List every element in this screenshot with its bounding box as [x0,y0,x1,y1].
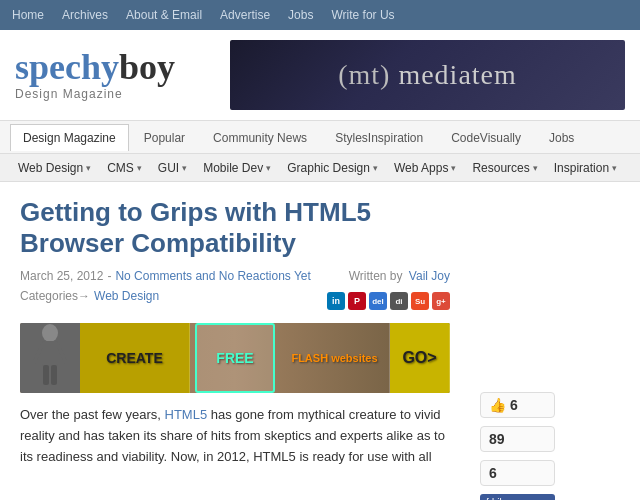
linkedin-share-icon[interactable]: in [327,292,345,310]
chevron-down-icon: ▾ [533,163,538,173]
side-reactions-panel: 👍 6 89 6 f Like 🐦 Tweet g+ +1 [470,382,560,500]
nav-resources-label: Resources [472,161,529,175]
author-link[interactable]: Vail Joy [409,269,450,283]
nav-cms[interactable]: CMS ▾ [99,156,150,180]
svg-line-2 [34,345,42,363]
main-layout: Getting to Grips with HTML5 Browser Comp… [0,182,640,500]
nav-gui[interactable]: GUI ▾ [150,156,195,180]
nav-mobile-dev[interactable]: Mobile Dev ▾ [195,156,279,180]
article-meta: March 25, 2012 - No Comments and No Reac… [20,269,450,283]
count-89: 89 [489,431,505,447]
tab-design-magazine[interactable]: Design Magazine [10,124,129,151]
nav-about[interactable]: About & Email [124,2,204,28]
nav-advertise[interactable]: Advertise [218,2,272,28]
thumbs-up-icon: 👍 [489,397,506,413]
banner-advertisement[interactable]: (mt) mediatem [230,40,625,110]
nav-web-design-label: Web Design [18,161,83,175]
nav-write[interactable]: Write for Us [329,2,396,28]
body-text-before-link: Over the past few years, [20,407,165,422]
share-buttons: f Like 🐦 Tweet g+ +1 [480,494,555,500]
meta-separator: - [107,269,111,283]
tab-stylesinspiration[interactable]: StylesInspiration [322,124,436,151]
likes-count-box: 👍 6 [480,392,555,418]
delicious-share-icon[interactable]: del [369,292,387,310]
svg-rect-1 [42,341,58,366]
count-6: 6 [489,465,497,481]
nav-web-apps-label: Web Apps [394,161,448,175]
logo-area: spechyboy Design Magazine [15,49,215,101]
nav-resources[interactable]: Resources ▾ [464,156,545,180]
nav-inspiration-label: Inspiration [554,161,609,175]
nav-inspiration[interactable]: Inspiration ▾ [546,156,625,180]
promo-banner[interactable]: CREATE FREE FLASH websites GO> [20,323,450,393]
googleplus-share-icon[interactable]: g+ [432,292,450,310]
article-body: Over the past few years, HTML5 has gone … [20,405,450,467]
tab-popular[interactable]: Popular [131,124,198,151]
tab-community-news[interactable]: Community News [200,124,320,151]
site-header: spechyboy Design Magazine (mt) mediatem [0,30,640,120]
banner-woman-image [20,323,80,393]
nav-archives[interactable]: Archives [60,2,110,28]
social-icons-row: in P del di Su g+ [327,292,450,310]
logo-boy: boy [119,47,175,87]
html5-link[interactable]: HTML5 [165,407,208,422]
article-date: March 25, 2012 [20,269,103,283]
svg-rect-5 [51,365,57,385]
nav-web-apps[interactable]: Web Apps ▾ [386,156,464,180]
facebook-like-button[interactable]: f Like [480,494,555,500]
banner-create-btn[interactable]: CREATE [80,323,190,393]
nav-jobs[interactable]: Jobs [286,2,315,28]
comments-link[interactable]: No Comments and No Reactions Yet [115,269,310,283]
category-web-design[interactable]: Web Design [94,289,159,303]
nav-cms-label: CMS [107,161,134,175]
tab-jobs[interactable]: Jobs [536,124,587,151]
svg-point-0 [42,324,58,342]
chevron-down-icon: ▾ [373,163,378,173]
chevron-down-icon: ▾ [451,163,456,173]
main-navigation: Web Design ▾ CMS ▾ GUI ▾ Mobile Dev ▾ Gr… [0,154,640,182]
written-by: Written by Vail Joy [349,269,450,283]
main-content-area: Getting to Grips with HTML5 Browser Comp… [0,182,470,500]
nav-web-design[interactable]: Web Design ▾ [10,156,99,180]
count-89-box: 89 [480,426,555,452]
count-6-box: 6 [480,460,555,486]
svg-rect-4 [43,365,49,385]
stumbleupon-share-icon[interactable]: Su [411,292,429,310]
chevron-down-icon: ▾ [86,163,91,173]
written-by-label: Written by [349,269,403,283]
sub-tab-bar: Design Magazine Popular Community News S… [0,120,640,154]
pinterest-share-icon[interactable]: P [348,292,366,310]
article-categories: Categories → Web Design [20,289,159,303]
site-tagline: Design Magazine [15,87,215,101]
site-logo[interactable]: spechyboy [15,49,215,85]
top-navigation: Home Archives About & Email Advertise Jo… [0,0,640,30]
nav-mobile-dev-label: Mobile Dev [203,161,263,175]
categories-arrow: → [78,289,90,303]
tab-codevisually[interactable]: CodeVisually [438,124,534,151]
banner-free-btn[interactable]: FREE [195,323,275,393]
likes-count: 6 [510,397,518,413]
chevron-down-icon: ▾ [182,163,187,173]
nav-home[interactable]: Home [10,2,46,28]
logo-specy: spechy [15,47,119,87]
chevron-down-icon: ▾ [137,163,142,173]
article-content: Getting to Grips with HTML5 Browser Comp… [0,182,470,495]
banner-text: (mt) mediatem [338,59,517,91]
banner-go-btn[interactable]: GO> [390,323,450,393]
article-meta-left: March 25, 2012 - No Comments and No Reac… [20,269,311,283]
categories-label: Categories [20,289,78,303]
digg-share-icon[interactable]: di [390,292,408,310]
banner-flash-btn[interactable]: FLASH websites [280,323,390,393]
chevron-down-icon: ▾ [612,163,617,173]
chevron-down-icon: ▾ [266,163,271,173]
article-title: Getting to Grips with HTML5 Browser Comp… [20,197,450,259]
nav-gui-label: GUI [158,161,179,175]
nav-graphic-design-label: Graphic Design [287,161,370,175]
nav-graphic-design[interactable]: Graphic Design ▾ [279,156,386,180]
svg-line-3 [58,345,66,363]
